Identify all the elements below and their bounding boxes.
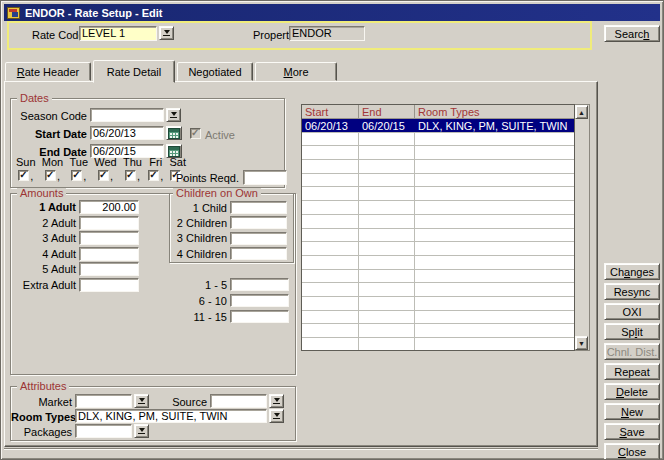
children-input[interactable] xyxy=(230,232,287,245)
table-cell xyxy=(415,201,574,214)
weekday-label: Mon xyxy=(42,157,63,168)
amount-input[interactable] xyxy=(79,216,139,230)
amount-input[interactable] xyxy=(79,247,139,261)
amount-input[interactable] xyxy=(79,278,139,292)
table-cell xyxy=(359,283,415,296)
table-row[interactable] xyxy=(302,187,574,201)
packages-label: Packages xyxy=(11,427,72,438)
split-button[interactable]: Split xyxy=(604,323,660,340)
repeat-button[interactable]: Repeat xyxy=(604,363,660,380)
action-button-column: Changes Resync OXI Split Chnl. Dist. Rep… xyxy=(604,263,660,460)
dropdown-arrow-icon xyxy=(170,112,177,118)
table-row[interactable] xyxy=(302,146,574,160)
market-field[interactable] xyxy=(75,394,132,408)
column-header-end[interactable]: End xyxy=(359,105,415,118)
weekday-item: Mon ✓ , xyxy=(42,157,63,181)
table-row[interactable] xyxy=(302,324,574,338)
table-row[interactable] xyxy=(302,338,574,351)
search-button-label: Search xyxy=(615,28,650,40)
new-button[interactable]: New xyxy=(604,403,660,420)
points-reqd-field[interactable] xyxy=(243,170,287,185)
rate-details-table: Start End Room Types 06/20/1306/20/15DLX… xyxy=(301,104,590,351)
table-row[interactable] xyxy=(302,133,574,147)
table-row[interactable]: 06/20/1306/20/15DLX, KING, PM, SUITE, TW… xyxy=(302,119,574,133)
delete-button[interactable]: Delete xyxy=(604,383,660,400)
age-range-input[interactable] xyxy=(230,294,289,307)
table-cell: 06/20/13 xyxy=(302,119,359,132)
weekday-checkbox[interactable]: ✓ xyxy=(71,170,82,181)
source-label: Source xyxy=(141,397,207,408)
age-range-input[interactable] xyxy=(230,278,289,291)
changes-button[interactable]: Changes xyxy=(604,263,660,280)
table-row[interactable] xyxy=(302,270,574,284)
oxi-button[interactable]: OXI xyxy=(604,303,660,320)
season-code-field[interactable] xyxy=(90,108,164,122)
rate-code-dropdown-button[interactable] xyxy=(159,26,174,40)
age-range-input[interactable] xyxy=(230,310,289,323)
start-date-field[interactable]: 06/20/13 xyxy=(90,126,164,140)
table-row[interactable] xyxy=(302,283,574,297)
table-row[interactable] xyxy=(302,311,574,325)
table-row[interactable] xyxy=(302,229,574,243)
children-input[interactable] xyxy=(230,201,287,214)
weekday-checkbox[interactable]: ✓ xyxy=(98,170,109,181)
table-cell xyxy=(415,242,574,255)
table-cell: DLX, KING, PM, SUITE, TWIN xyxy=(415,119,574,132)
scroll-down-button[interactable]: ▼ xyxy=(575,336,588,350)
weekday-checkbox[interactable]: ✓ xyxy=(45,170,56,181)
close-button[interactable]: Close xyxy=(604,443,660,460)
weekday-checkbox[interactable]: ✓ xyxy=(148,170,159,181)
room-types-dropdown-button[interactable] xyxy=(269,409,284,423)
column-header-room-types[interactable]: Room Types xyxy=(415,105,574,118)
amount-input[interactable]: 200.00 xyxy=(79,200,139,214)
children-input[interactable] xyxy=(230,216,287,229)
resync-button[interactable]: Resync xyxy=(604,283,660,300)
table-cell: 06/20/15 xyxy=(359,119,415,132)
children-input[interactable] xyxy=(230,247,287,260)
active-checkbox-label: Active xyxy=(205,130,235,141)
table-cell xyxy=(302,283,359,296)
packages-dropdown-button[interactable] xyxy=(134,424,149,438)
table-scrollbar[interactable]: ▲ ▼ xyxy=(575,104,590,351)
column-header-start[interactable]: Start xyxy=(302,105,359,118)
tab-negotiated[interactable]: Negotiated xyxy=(177,62,253,81)
weekday-checkbox[interactable]: ✓ xyxy=(125,170,136,181)
table-cell xyxy=(415,174,574,187)
active-checkbox: ✓ xyxy=(190,128,201,139)
table-row[interactable] xyxy=(302,256,574,270)
amount-input[interactable] xyxy=(79,231,139,245)
children-on-own-groupbox: Children on Own 1 Child 2 Children 3 Chi… xyxy=(169,193,294,263)
table-cell xyxy=(302,242,359,255)
tab-more[interactable]: More xyxy=(255,62,337,81)
scroll-up-button[interactable]: ▲ xyxy=(575,105,588,119)
table-cell xyxy=(359,133,415,146)
dropdown-arrow-icon xyxy=(273,398,280,404)
table-row[interactable] xyxy=(302,297,574,311)
table-row[interactable] xyxy=(302,242,574,256)
window-title: ENDOR - Rate Setup - Edit xyxy=(25,7,163,19)
weekday-label: Sun xyxy=(16,157,36,168)
table-row[interactable] xyxy=(302,201,574,215)
table-row[interactable] xyxy=(302,160,574,174)
table-row[interactable] xyxy=(302,174,574,188)
source-dropdown-button[interactable] xyxy=(269,394,284,408)
scroll-down-icon: ▼ xyxy=(578,340,585,347)
room-types-field[interactable]: DLX, KING, PM, SUITE, TWIN xyxy=(75,409,267,423)
weekday-checkbox[interactable]: ✓ xyxy=(18,170,29,181)
table-row[interactable] xyxy=(302,215,574,229)
table-cell xyxy=(302,270,359,283)
title-bar: ENDOR - Rate Setup - Edit xyxy=(4,4,660,21)
packages-field[interactable] xyxy=(75,424,132,438)
tab-rate-header[interactable]: Rate Header xyxy=(5,62,91,81)
table-cell xyxy=(302,229,359,242)
search-button[interactable]: Search xyxy=(604,25,660,42)
tab-rate-detail[interactable]: Rate Detail xyxy=(93,60,175,83)
children-label: 2 Children xyxy=(170,217,230,229)
rate-code-field[interactable]: LEVEL 1 xyxy=(79,26,157,41)
start-date-calendar-button[interactable] xyxy=(166,126,182,140)
amount-input[interactable] xyxy=(79,262,139,276)
age-range-row: 1 - 5 xyxy=(171,278,297,291)
save-button[interactable]: Save xyxy=(604,423,660,440)
source-field[interactable] xyxy=(210,394,267,408)
season-code-dropdown-button[interactable] xyxy=(166,108,181,122)
